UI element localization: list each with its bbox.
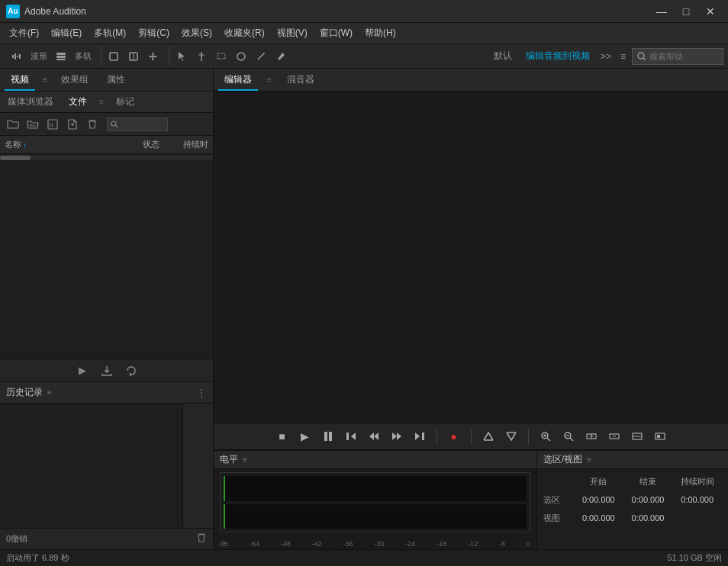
zoom-out-button[interactable] [559,427,578,445]
tab-video-menu-icon[interactable]: ≡ [41,72,49,87]
waveform-label: 波形 [27,50,50,62]
svg-rect-5 [56,56,66,58]
selection-menu-icon[interactable]: ≡ [587,455,591,464]
stop-button[interactable]: ■ [273,427,292,445]
tool-group [101,47,166,66]
file-toolbar: d. [0,113,213,136]
editor-main-area [214,92,728,423]
file-scrollbar-thumb[interactable] [0,156,31,160]
history-more-icon[interactable]: ⋮ [196,387,207,399]
menu-clip[interactable]: 剪辑(C) [132,24,176,43]
transport-divider-1 [436,429,437,444]
move-tool-icon[interactable] [144,47,163,66]
play-button[interactable]: ▶ [74,362,91,379]
menu-favorites[interactable]: 收藏夹(R) [218,24,271,43]
meter-channel-2 [224,504,527,529]
new-folder-icon[interactable] [5,116,21,133]
history-header: 历史记录 ≡ ⋮ [0,382,213,404]
sel-header-row: 开始 结束 持续时间 [540,472,725,490]
level-body: dB -54 -48 -42 -36 -30 -24 -18 -12 -6 0 [214,469,536,549]
open-file-icon[interactable] [24,116,41,133]
svg-rect-1 [14,53,16,59]
menu-multitrack[interactable]: 多轨(M) [88,24,132,43]
selection-body: 开始 结束 持续时间 选区 0:00.000 0:00.000 0:00.000… [537,469,728,549]
undo-delete-icon[interactable] [196,532,207,545]
db-label-30: -30 [374,540,384,548]
menu-window[interactable]: 窗口(W) [314,24,359,43]
db-label-18: -18 [436,540,446,548]
multitrack-icon[interactable] [52,47,70,66]
menu-help[interactable]: 帮助(H) [359,24,402,43]
selection-panel: 选区/视图 ≡ 开始 结束 持续时间 选区 0:00.000 0:00.000 … [537,451,728,549]
undo-label: 0撤销 [6,533,196,545]
delete-file-icon[interactable] [84,116,101,133]
view-start-value: 0:00.000 [574,513,623,523]
record-button[interactable]: ● [445,427,463,445]
tool-btn-1[interactable] [105,47,123,66]
brush-tool[interactable] [272,47,290,66]
minimize-button[interactable]: — [650,2,673,21]
marquee-tool[interactable] [212,47,230,66]
tab-editor[interactable]: 编辑器 [218,70,258,91]
play-transport-button[interactable]: ▶ [296,427,314,445]
editor-tab-menu-icon[interactable]: ≡ [267,76,272,84]
waveform-icon[interactable] [8,47,26,66]
tab-video[interactable]: 视频 [5,70,35,91]
rewind-button[interactable] [365,427,383,445]
search-input[interactable] [649,52,718,61]
level-menu-icon[interactable]: ≡ [243,455,247,464]
history-list [0,404,182,528]
time-tool[interactable] [192,47,211,66]
zoom-time-in-button[interactable] [582,427,601,445]
toolbar-more-icon[interactable]: >> [598,51,614,62]
toolbar-expand-icon[interactable]: ≡ [617,51,629,62]
tab-mixer[interactable]: 混音器 [281,70,321,91]
forward-button[interactable] [388,427,406,445]
zoom-time-out-button[interactable] [605,427,623,445]
app-title: Adobe Audition [24,6,86,17]
loop-out-button[interactable] [479,427,498,445]
selection-label: 选区/视图 [543,453,582,466]
cursor-tool[interactable] [172,47,191,66]
pause-button[interactable] [319,427,337,445]
db-label-db: dB [220,540,228,548]
maximize-button[interactable]: □ [675,2,697,21]
menu-effects[interactable]: 效果(S) [176,24,218,43]
history-menu-icon[interactable]: ≡ [47,388,52,397]
import-icon[interactable]: d. [44,116,61,133]
tool-btn-2[interactable] [124,47,143,66]
sel-col-duration: 持续时间 [672,476,722,487]
app-logo: Au [6,5,20,18]
transport-divider-2 [471,429,472,444]
zoom-select-button[interactable] [651,427,669,445]
menu-file[interactable]: 文件(F) [3,24,45,43]
tab-effects-rack[interactable]: 效果组 [55,70,95,91]
loop-in-button[interactable] [502,427,520,445]
sel-col-start: 开始 [574,476,623,487]
zoom-fit-button[interactable] [628,427,646,445]
file-search-input[interactable] [118,120,164,129]
razor-tool[interactable] [252,47,270,66]
loop-button[interactable] [123,362,140,379]
svg-rect-22 [324,432,327,441]
lasso-tool[interactable] [232,47,250,66]
editor-tabs: 编辑器 ≡ 混音器 [214,69,728,92]
edit-audio-video-button[interactable]: 编辑音频到视频 [521,50,594,63]
tab-properties[interactable]: 属性 [101,70,131,91]
close-button[interactable]: ✕ [699,2,722,21]
export-button[interactable] [98,362,115,379]
svg-text:d.: d. [50,121,55,128]
file-scrollbar[interactable] [0,156,213,160]
history-label: 历史记录 [6,386,43,399]
zoom-in-button[interactable] [536,427,555,445]
db-label-12: -12 [468,540,478,548]
menu-view[interactable]: 视图(V) [271,24,314,43]
subtab-files-menu-icon[interactable]: ≡ [99,98,104,106]
skip-forward-button[interactable] [411,427,429,445]
subtab-media-browser[interactable]: 媒体浏览器 [5,94,56,110]
skip-back-button[interactable] [342,427,360,445]
subtab-markers[interactable]: 标记 [113,94,137,110]
menu-edit[interactable]: 编辑(E) [45,24,88,43]
new-file-icon[interactable] [64,116,81,133]
subtab-files[interactable]: 文件 [66,94,90,110]
